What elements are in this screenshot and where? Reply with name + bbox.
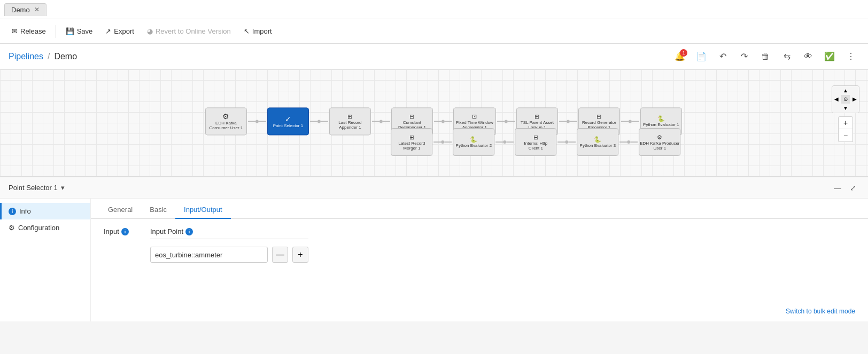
import-button[interactable]: ↖ Import	[238, 24, 277, 38]
notification-button[interactable]: 🔔 1	[671, 48, 688, 65]
panel-body: i Info ⚙ Configuration General Basic Inp…	[0, 199, 868, 321]
nav-controls: ▲ ◀ ⊙ ▶ ▼ + −	[832, 85, 859, 142]
pan-up-button[interactable]: ▲	[841, 86, 850, 95]
grid-button[interactable]: ⋮	[842, 48, 859, 65]
connector-10	[557, 140, 576, 144]
node-label-12: Python Evaluator 3	[580, 143, 616, 148]
document-button[interactable]: 📄	[693, 48, 710, 65]
connector-3	[372, 120, 390, 123]
node-latest-record-merger[interactable]: ⊞ Latest RecordMerger 1	[391, 128, 432, 156]
connector-11	[619, 140, 638, 144]
document-icon: 📄	[696, 51, 707, 61]
breadcrumb-root[interactable]: Pipelines	[9, 52, 43, 61]
connector-8	[433, 140, 452, 144]
minus-icon: —	[276, 250, 284, 259]
node-python-evaluator-3[interactable]: 🐍 Python Evaluator 3	[577, 128, 618, 156]
panel-sidebar: i Info ⚙ Configuration	[0, 199, 91, 321]
revert-button[interactable]: ◕ Revert to Online Version	[142, 24, 236, 38]
validate-button[interactable]: ✅	[821, 48, 838, 65]
trash-icon: 🗑	[761, 52, 770, 61]
tab-general-label: General	[108, 206, 133, 214]
panel-header-actions: — ⤢	[831, 183, 859, 193]
redo-button[interactable]: ↷	[735, 48, 753, 65]
connector-5	[497, 120, 515, 123]
panel-dropdown-icon[interactable]: ▾	[61, 184, 65, 192]
connector-9	[495, 140, 514, 144]
nav-br[interactable]	[850, 104, 859, 113]
undo-button[interactable]: ↶	[714, 48, 731, 65]
delete-button[interactable]: 🗑	[757, 48, 774, 65]
io-input-row: — +	[150, 247, 308, 263]
nav-tr[interactable]	[850, 86, 859, 95]
breadcrumb-separator: /	[48, 52, 50, 61]
remove-point-button[interactable]: —	[272, 247, 288, 263]
tab-label: Demo	[11, 6, 30, 14]
export-label: Export	[114, 27, 134, 35]
nav-bl[interactable]	[832, 104, 841, 113]
input-point-info-icon: i	[185, 228, 193, 235]
demo-tab[interactable]: Demo ✕	[4, 3, 46, 16]
pan-right-button[interactable]: ▶	[850, 95, 859, 104]
sidebar-item-configuration[interactable]: ⚙ Configuration	[0, 219, 90, 236]
connector-1	[248, 120, 266, 123]
node-label-1: EDH KafkaConsumer User 1	[210, 121, 243, 130]
panel-title: Point Selector 1 ▾	[9, 184, 65, 192]
input-label-group: Input i	[104, 227, 129, 235]
tab-input-output[interactable]: Input/Output	[175, 201, 231, 219]
zoom-in-button[interactable]: +	[838, 116, 853, 129]
save-label: Save	[77, 27, 93, 35]
shuffle-button[interactable]: ⇆	[778, 48, 795, 65]
node-edh-kafka-consumer[interactable]: ⚙ EDH KafkaConsumer User 1	[205, 107, 247, 135]
revert-label: Revert to Online Version	[156, 27, 231, 35]
io-content: Input i Input Point i —	[91, 219, 868, 321]
export-button[interactable]: ↗ Export	[100, 24, 140, 38]
node-label-3: Last RecordAppender 1	[338, 120, 361, 130]
panel-minimize-button[interactable]: —	[831, 183, 844, 193]
tab-io-label: Input/Output	[184, 206, 222, 214]
panel-tabs: General Basic Input/Output	[91, 199, 868, 219]
zoom-out-button[interactable]: −	[838, 129, 853, 142]
node-icon-1: ⚙	[222, 112, 229, 121]
node-icon-9: ⊞	[409, 134, 414, 141]
checkmark-icon: ✅	[824, 51, 835, 61]
eye-icon: 👁	[804, 52, 812, 61]
add-point-button[interactable]: +	[292, 247, 308, 263]
gear-icon: ⚙	[9, 224, 15, 232]
sidebar-item-info[interactable]: i Info	[0, 203, 90, 219]
save-button[interactable]: 💾 Save	[60, 24, 98, 38]
node-internal-http-client[interactable]: ⊟ Internal HttpClient 1	[515, 128, 556, 156]
input-point-field[interactable]	[150, 247, 268, 263]
revert-icon: ◕	[147, 27, 153, 35]
switch-bulk-link[interactable]: Switch to bulk edit mode	[786, 308, 855, 315]
bottom-panel: Point Selector 1 ▾ — ⤢ i Info ⚙ Configur…	[0, 176, 868, 321]
node-last-record-appender[interactable]: ⊞ Last RecordAppender 1	[329, 107, 371, 135]
connector-6	[559, 120, 577, 123]
tab-general[interactable]: General	[99, 201, 141, 219]
shuffle-icon: ⇆	[784, 51, 790, 61]
pan-left-button[interactable]: ◀	[832, 95, 841, 104]
io-section: Input i Input Point i —	[104, 227, 855, 263]
node-icon-6: ⊞	[534, 113, 539, 120]
release-button[interactable]: ✉ Release	[6, 24, 51, 38]
grid-icon: ⋮	[847, 51, 855, 61]
notification-badge: 1	[680, 49, 687, 57]
node-icon-3: ⊞	[347, 113, 352, 120]
panel-expand-button[interactable]: ⤢	[847, 183, 859, 193]
node-python-evaluator-2[interactable]: 🐍 Python Evaluator 2	[453, 128, 494, 156]
tab-basic[interactable]: Basic	[141, 201, 175, 219]
compass-control[interactable]: ▲ ◀ ⊙ ▶ ▼	[832, 85, 859, 113]
plus-icon: +	[298, 250, 303, 259]
input-point-group: Input Point i — +	[150, 227, 308, 263]
panel-main: General Basic Input/Output Input i	[91, 199, 868, 321]
import-label: Import	[252, 27, 272, 35]
preview-button[interactable]: 👁	[800, 48, 817, 65]
node-point-selector[interactable]: ✓ Point Selector 1	[267, 107, 309, 135]
pan-down-button[interactable]: ▼	[841, 104, 850, 113]
node-label-8: Python Evaluator 1	[643, 122, 679, 127]
import-icon: ↖	[244, 27, 250, 35]
tab-close-icon[interactable]: ✕	[34, 6, 40, 13]
nav-tl[interactable]	[832, 86, 841, 95]
pan-center-button[interactable]: ⊙	[841, 95, 850, 104]
node-edh-kafka-producer[interactable]: ⚙ EDH Kafka ProducerUser 1	[639, 128, 680, 156]
input-info-icon: i	[121, 228, 129, 235]
